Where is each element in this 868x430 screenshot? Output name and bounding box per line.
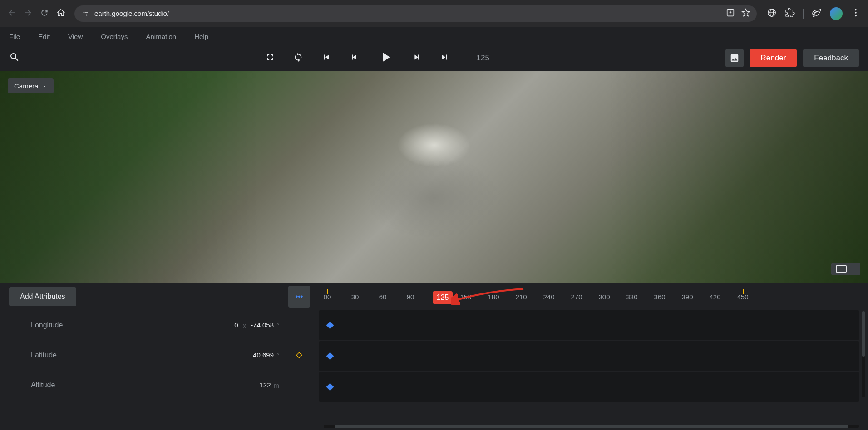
- aspect-dropdown[interactable]: [831, 263, 860, 275]
- svg-point-8: [855, 12, 857, 14]
- menu-edit[interactable]: Edit: [38, 33, 50, 40]
- keyframe-diamond[interactable]: [326, 352, 334, 360]
- scrollbar-vertical[interactable]: [862, 311, 865, 397]
- back-button[interactable]: [7, 8, 16, 19]
- menu-animation[interactable]: Animation: [146, 33, 176, 40]
- ruler-tick: 90: [407, 293, 414, 301]
- skip-start-icon[interactable]: [321, 52, 331, 64]
- ruler-tick: 420: [709, 293, 720, 301]
- diamond-outline-icon: [296, 352, 303, 359]
- globe-icon[interactable]: [767, 8, 777, 20]
- attr-value[interactable]: 40.699 °: [253, 351, 279, 359]
- timeline-panel: Add Attributes Longitude 0 x -74.058 ° L…: [0, 283, 868, 430]
- svg-rect-3: [83, 15, 85, 15]
- camera-dropdown[interactable]: Camera: [8, 78, 54, 93]
- browser-chrome: earth.google.com/studio/: [0, 0, 868, 27]
- forward-button[interactable]: [24, 8, 33, 19]
- attr-row-latitude: Latitude 40.699 °: [0, 340, 319, 370]
- snapshot-button[interactable]: [725, 49, 744, 67]
- track-longitude[interactable]: [319, 310, 859, 340]
- extensions-icon[interactable]: [785, 8, 795, 20]
- kebab-menu-icon[interactable]: [851, 8, 861, 20]
- keyframe-toggle[interactable]: [288, 352, 310, 359]
- playhead[interactable]: 125: [433, 291, 453, 304]
- url-bar[interactable]: earth.google.com/studio/: [74, 5, 757, 22]
- keyframe-diamond[interactable]: [326, 322, 334, 329]
- attr-label: Longitude: [31, 321, 234, 329]
- attr-label: Altitude: [31, 381, 259, 389]
- aspect-icon: [836, 265, 847, 273]
- divider: [803, 9, 804, 19]
- attr-label: Latitude: [31, 351, 253, 359]
- fullscreen-icon[interactable]: [265, 52, 275, 64]
- attr-value[interactable]: 0 x -74.058 °: [234, 321, 279, 329]
- svg-point-0: [84, 11, 85, 13]
- ruler-tick: 30: [351, 293, 359, 301]
- reload-button[interactable]: [40, 8, 49, 19]
- range-end-marker[interactable]: [743, 289, 744, 294]
- ruler-tick: 00: [324, 293, 331, 301]
- site-settings-icon[interactable]: [81, 9, 90, 18]
- skip-end-icon[interactable]: [439, 52, 449, 64]
- viewport[interactable]: Camera: [0, 71, 868, 283]
- menu-overlays[interactable]: Overlays: [101, 33, 128, 40]
- keyframe-all-toggle[interactable]: [288, 286, 310, 308]
- track-latitude[interactable]: [319, 341, 859, 371]
- camera-label: Camera: [14, 82, 38, 90]
- ruler-tick: 60: [379, 293, 387, 301]
- play-button[interactable]: [378, 49, 393, 67]
- chevron-down-icon: [42, 83, 47, 89]
- menu-help[interactable]: Help: [194, 33, 208, 40]
- svg-rect-1: [85, 12, 88, 13]
- install-app-icon[interactable]: [726, 8, 735, 19]
- ruler-tick: 360: [654, 293, 665, 301]
- scrollbar-thumb[interactable]: [862, 311, 865, 357]
- ruler-tick: 450: [737, 293, 748, 301]
- loop-icon[interactable]: [293, 52, 303, 64]
- timeline-right: 00 30 60 90 150 180 210 240 270 300 330 …: [319, 283, 868, 430]
- nav-arrows: [7, 8, 65, 19]
- attr-row-longitude: Longitude 0 x -74.058 °: [0, 310, 319, 340]
- scrollbar-horizontal[interactable]: [324, 425, 859, 428]
- profile-avatar[interactable]: [830, 7, 843, 20]
- menu-bar: File Edit View Overlays Animation Help: [0, 27, 868, 45]
- viewport-guide-left: [252, 71, 252, 283]
- step-forward-icon[interactable]: [411, 52, 421, 64]
- viewport-overlay: [0, 71, 868, 283]
- keyframe-diamond[interactable]: [326, 383, 334, 391]
- chevron-down-icon: [850, 266, 856, 272]
- timeline-ruler[interactable]: 00 30 60 90 150 180 210 240 270 300 330 …: [319, 283, 868, 310]
- timeline-left: Add Attributes Longitude 0 x -74.058 ° L…: [0, 283, 319, 430]
- bookmark-icon[interactable]: [741, 8, 750, 19]
- menu-view[interactable]: View: [68, 33, 83, 40]
- scrollbar-thumb[interactable]: [335, 425, 848, 428]
- ruler-tick: 330: [626, 293, 637, 301]
- playhead-line: [443, 304, 443, 430]
- frame-counter[interactable]: 125: [477, 54, 489, 63]
- keyframe-diamond-icon: [294, 292, 304, 302]
- ruler-tick: 390: [681, 293, 693, 301]
- attr-value[interactable]: 122 m: [259, 381, 279, 389]
- feedback-button[interactable]: Feedback: [803, 49, 859, 67]
- svg-point-2: [86, 14, 88, 15]
- svg-point-9: [855, 15, 857, 16]
- ruler-tick: 300: [598, 293, 610, 301]
- track-altitude[interactable]: [319, 372, 859, 402]
- leaf-icon[interactable]: [812, 8, 822, 20]
- step-back-icon[interactable]: [350, 52, 360, 64]
- ruler-tick: 270: [571, 293, 582, 301]
- svg-point-7: [855, 9, 857, 10]
- ruler-tick: 240: [543, 293, 554, 301]
- home-button[interactable]: [56, 8, 65, 19]
- attr-row-altitude: Altitude 122 m: [0, 370, 319, 400]
- add-attributes-button[interactable]: Add Attributes: [9, 287, 76, 306]
- toolbar: 125 Render Feedback: [0, 45, 868, 71]
- viewport-guide-right: [616, 71, 616, 283]
- url-text: earth.google.com/studio/: [94, 10, 721, 17]
- menu-file[interactable]: File: [9, 33, 20, 40]
- annotation-arrow: [451, 287, 528, 305]
- search-icon[interactable]: [9, 56, 20, 64]
- render-button[interactable]: Render: [750, 49, 797, 67]
